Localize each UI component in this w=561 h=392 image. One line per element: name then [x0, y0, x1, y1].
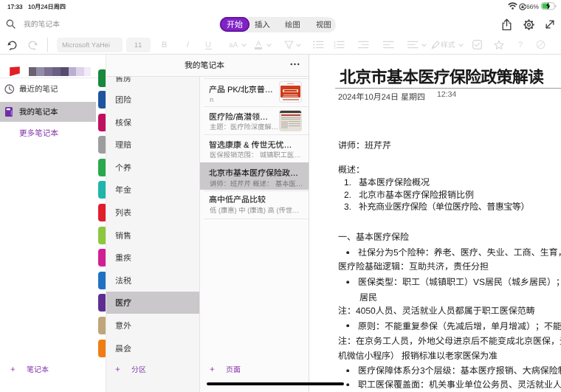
svg-text:3: 3: [334, 46, 336, 49]
